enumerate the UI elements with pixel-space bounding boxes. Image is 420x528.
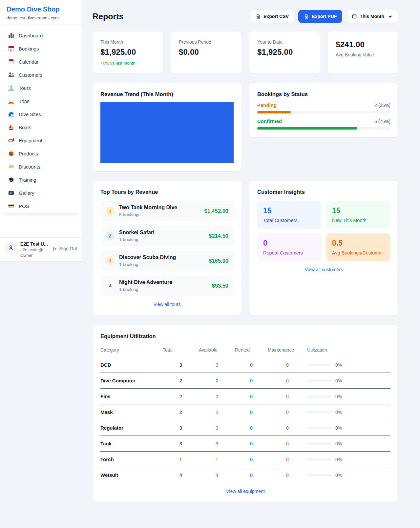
utilization-bar (307, 411, 331, 414)
stats-row: This Month $1,925.00 +0% vs last month P… (93, 31, 398, 73)
utilization-bar (307, 474, 331, 477)
cell-category: Fins (100, 389, 163, 404)
main-content: Reports Export CSV Export PDF This Month (82, 0, 404, 502)
sidebar-item-reports-partial[interactable] (4, 213, 78, 215)
tour-name: Discover Scuba Diving (119, 254, 176, 260)
file-download-icon (256, 14, 261, 19)
calendar-icon (352, 14, 357, 19)
stat-delta: +0% vs last month (100, 61, 155, 66)
view-all-equipment-link[interactable]: View all equipment (100, 489, 390, 494)
view-all-customers-link[interactable]: View all customers (257, 267, 390, 272)
cell-total: 3 (163, 420, 199, 436)
status-bar-track (257, 127, 390, 130)
cell-rented: 0 (235, 436, 268, 452)
sidebar-item-boats[interactable]: Boats (4, 121, 78, 134)
credit-card-icon (8, 203, 14, 209)
utilization-percent: 0% (335, 473, 342, 478)
cell-rented: 0 (235, 404, 268, 420)
utilization-bar (307, 379, 331, 382)
table-row: Dive Computer 2 2 0 0 0% (100, 373, 390, 389)
cell-total: 3 (163, 436, 199, 452)
cell-available: 3 (199, 420, 235, 436)
tour-row: 1 Two Tank Morning Dive 5 bookings $1,45… (100, 201, 234, 221)
cell-rented: 0 (235, 452, 268, 467)
sidebar-item-dashboard[interactable]: Dashboard (4, 29, 78, 42)
table-row: Fins 2 2 0 0 0% (100, 389, 390, 404)
utilization-bar (307, 427, 331, 429)
tour-name: Snorkel Safari (119, 230, 155, 235)
cell-category: Wetsuit (100, 467, 163, 483)
sidebar: Demo Dive Shop demo.test.divestreams.com… (0, 0, 82, 262)
customer-insights-title: Customer Insights (257, 189, 390, 195)
avatar (5, 241, 17, 254)
sidebar-item-label: Boats (19, 125, 31, 130)
insight-tile-repeat-customers: 0 Repeat Customers (257, 233, 322, 261)
sidebar-item-trips[interactable]: Trips (4, 94, 78, 108)
file-download-icon (304, 14, 309, 19)
user-email: e2e-tester@... (20, 248, 49, 252)
charts-row: Revenue Trend (This Month) Bookings by S… (93, 83, 398, 171)
cell-category: Torch (100, 452, 163, 467)
sidebar-item-products[interactable]: Products (4, 147, 78, 160)
sign-out-button[interactable]: Sign Out (52, 246, 77, 251)
package-icon (8, 150, 14, 157)
cell-maintenance: 0 (268, 420, 307, 436)
sidebar-item-training[interactable]: Training (4, 173, 78, 186)
top-tours-card: Top Tours by Revenue 1 Two Tank Morning … (93, 181, 242, 315)
tour-bookings: 5 bookings (119, 212, 200, 217)
revenue-trend-card: Revenue Trend (This Month) (93, 83, 242, 171)
bookings-by-status-title: Bookings by Status (257, 91, 390, 97)
export-pdf-button[interactable]: Export PDF (298, 10, 342, 23)
utilization-percent: 0% (335, 457, 342, 462)
cell-category: Dive Computer (100, 373, 163, 389)
insight-label: New This Month (332, 218, 385, 223)
chevron-down-icon (388, 14, 393, 19)
camera-icon (8, 190, 14, 196)
tour-bookings: 1 booking (119, 287, 207, 292)
status-count: 6 (75%) (374, 119, 390, 124)
column-header: Total (163, 345, 199, 357)
utilization-cell: 0% (307, 410, 390, 415)
cell-category: Tank (100, 436, 163, 452)
period-dropdown[interactable]: This Month (346, 10, 398, 23)
period-label: This Month (360, 14, 384, 19)
tour-revenue: $93.50 (212, 283, 228, 289)
cell-maintenance: 0 (268, 404, 307, 420)
sidebar-item-tours[interactable]: Tours (4, 81, 78, 94)
sidebar-item-pos[interactable]: POS (4, 199, 78, 213)
sidebar-item-label: POS (19, 203, 29, 209)
page-header: Reports Export CSV Export PDF This Month (93, 10, 398, 23)
insight-tile-new-this-month: 15 New This Month (326, 201, 390, 229)
sidebar-item-label: Equipment (19, 138, 42, 143)
rank-badge: 4 (106, 281, 115, 290)
column-header: Rented (235, 345, 268, 357)
utilization-cell: 0% (307, 394, 390, 399)
sidebar-item-gallery[interactable]: Gallery (4, 186, 78, 199)
utilization-cell: 0% (307, 473, 390, 478)
sidebar-nav: Dashboard 17 Bookings Calendar Customers… (0, 25, 82, 237)
utilization-percent: 0% (335, 378, 342, 383)
cell-rented: 0 (235, 467, 268, 483)
cell-maintenance: 0 (268, 467, 307, 483)
status-row-confirmed: Confirmed 6 (75%) (257, 118, 390, 130)
sidebar-item-bookings[interactable]: 17 Bookings (4, 42, 78, 55)
sidebar-item-equipment[interactable]: Equipment (4, 134, 78, 147)
insights-grid: 15 Total Customers 15 New This Month 0 R… (257, 201, 390, 261)
utilization-cell: 0% (307, 425, 390, 431)
cell-rented: 0 (235, 420, 268, 436)
top-tours-title: Top Tours by Revenue (100, 189, 234, 195)
utilization-bar (307, 364, 331, 366)
sidebar-item-discounts[interactable]: Discounts (4, 160, 78, 173)
view-all-tours-link[interactable]: View all tours (100, 302, 234, 307)
bookings-by-status-card: Bookings by Status Pending 2 (25%) Confi… (249, 83, 398, 137)
sidebar-item-customers[interactable]: Customers (4, 68, 78, 81)
graduation-cap-icon (8, 176, 14, 183)
sidebar-item-label: Trips (19, 98, 30, 104)
cell-category: Mask (100, 404, 163, 420)
stat-label: Avg Booking Value (336, 52, 390, 57)
sidebar-item-calendar[interactable]: Calendar (4, 55, 78, 68)
tour-row: 2 Snorkel Safari 1 booking $214.50 (100, 226, 234, 246)
export-csv-button[interactable]: Export CSV (250, 10, 294, 23)
sidebar-item-label: Tours (19, 85, 31, 91)
sidebar-item-dive-sites[interactable]: Dive Sites (4, 108, 78, 121)
